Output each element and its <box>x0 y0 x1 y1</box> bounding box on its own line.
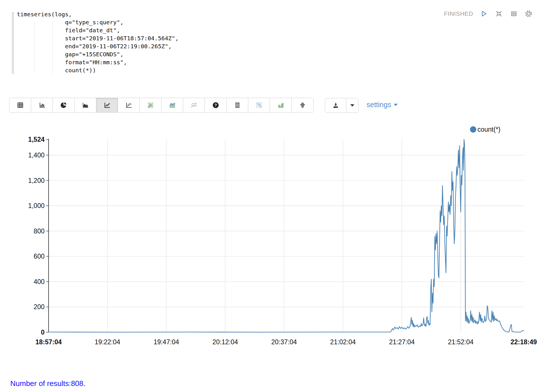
x-tick-label: 20:12:04 <box>212 338 238 346</box>
chart-type-area-button[interactable] <box>75 98 96 112</box>
chart-type-bubble-grid-button[interactable] <box>140 98 161 112</box>
x-tick-label: 20:37:04 <box>271 338 297 346</box>
x-tick-label: 21:52:04 <box>448 338 474 346</box>
sparkline-multi-icon <box>190 101 198 109</box>
legend-label[interactable]: count(*) <box>477 126 501 133</box>
x-tick-label: 19:47:04 <box>153 338 179 346</box>
table-icon <box>17 101 24 109</box>
x-tick-label: 18:57:04 <box>35 338 62 346</box>
chart-type-pie-button[interactable] <box>53 98 75 112</box>
settings-label: settings <box>367 101 391 109</box>
download-button[interactable] <box>325 98 346 113</box>
chart-type-sparkline-multi-button[interactable] <box>183 98 205 112</box>
help-button[interactable]: ? <box>205 98 227 112</box>
chart-type-group: ? <box>9 98 314 113</box>
horizontal-bars-icon <box>299 101 306 109</box>
y-tick-label: 1,524 <box>28 136 45 143</box>
area-chart-icon <box>82 101 89 109</box>
results-count-text: Number of results:808. <box>10 379 85 388</box>
shrink-icon[interactable] <box>495 10 503 18</box>
y-tick-label: 1,000 <box>28 202 45 209</box>
y-tick-label: 200 <box>34 303 45 311</box>
timeseries-chart: 02004006008001,0001,2001,4001,52418:57:0… <box>0 120 544 351</box>
book-icon[interactable] <box>510 10 518 18</box>
editor-gutter-bar <box>12 12 14 74</box>
code-text[interactable]: timeseries(logs, q="type_s:query", field… <box>17 10 179 74</box>
x-tick-label: 22:18:49 <box>511 338 537 346</box>
bar-chart-icon <box>38 101 46 109</box>
download-group <box>325 98 359 113</box>
gear-icon[interactable] <box>525 10 533 18</box>
x-tick-label: 19:22:04 <box>95 338 120 346</box>
download-icon <box>332 102 339 109</box>
heatmap-icon <box>255 101 263 109</box>
status-badge: FINISHED <box>444 10 473 17</box>
y-tick-label: 800 <box>34 227 45 235</box>
chart-type-grid-table-button[interactable] <box>227 98 248 112</box>
chart-type-grouped-bars-button[interactable] <box>270 98 292 112</box>
grouped-bars-icon <box>277 101 285 109</box>
help-icon: ? <box>212 101 219 109</box>
series-line <box>49 139 524 332</box>
zeppelin-paragraph: timeseries(logs, q="type_s:query", field… <box>0 0 544 392</box>
x-tick-label: 21:02:04 <box>330 338 356 346</box>
bubble-grid-icon <box>147 101 154 109</box>
stacked-area-icon <box>169 101 176 109</box>
chart-type-stacked-area-button[interactable] <box>161 98 183 112</box>
svg-text:?: ? <box>214 103 217 107</box>
paragraph-controls: FINISHED <box>444 10 533 18</box>
play-icon[interactable] <box>480 10 488 18</box>
chart-type-horizontal-bars-button[interactable] <box>292 98 313 112</box>
scatter-chart-icon <box>125 101 133 109</box>
settings-link[interactable]: settings <box>367 101 398 109</box>
download-options-button[interactable] <box>346 98 358 113</box>
y-tick-label: 400 <box>34 278 45 285</box>
visualization-toolbar: ? settings <box>9 98 314 112</box>
chart-type-line-button[interactable] <box>96 98 118 112</box>
y-tick-label: 1,400 <box>28 151 45 159</box>
chart-type-table-button[interactable] <box>9 98 31 112</box>
chart-type-scatter-button[interactable] <box>118 98 140 112</box>
legend-dot[interactable] <box>470 126 476 133</box>
chart-type-bar-button[interactable] <box>31 98 53 112</box>
x-tick-label: 21:27:04 <box>389 338 415 346</box>
y-tick-label: 1,200 <box>28 177 45 184</box>
y-tick-label: 0 <box>41 329 45 336</box>
line-chart-icon <box>103 101 111 109</box>
grid-table-icon <box>234 101 241 109</box>
chart-type-heatmap-button[interactable] <box>248 98 270 112</box>
y-tick-label: 600 <box>34 253 45 260</box>
caret-down-icon <box>350 104 354 107</box>
caret-down-icon <box>394 104 398 106</box>
pie-chart-icon <box>60 101 67 109</box>
